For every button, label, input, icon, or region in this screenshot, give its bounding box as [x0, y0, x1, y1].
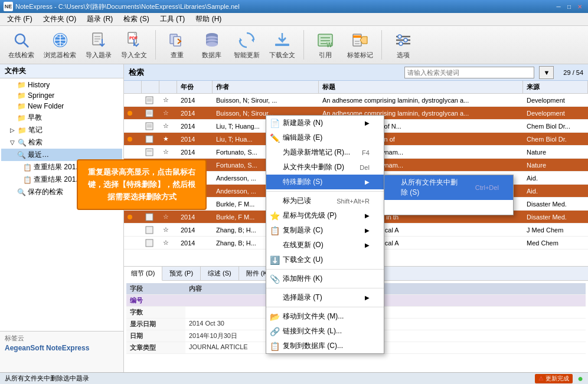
cm-mark-read[interactable]: 标为已读 Shift+Alt+R: [266, 193, 384, 208]
cm-online-update[interactable]: 在线更新 (O) ▶: [266, 238, 384, 252]
field-name-wordcount: 字数: [126, 307, 185, 319]
row-mark: [124, 120, 142, 132]
menu-tools[interactable]: 工具 (T): [155, 13, 190, 25]
tree-item-notes[interactable]: ▷ 📁 笔记: [1, 124, 122, 136]
cm-delete-from-all-label: 从所有文件夹中删除 (S): [401, 178, 463, 198]
row-source: Chem Biol Dr...: [523, 120, 588, 132]
row-year: 2014: [177, 211, 213, 223]
cm-star-arrow: ▶: [365, 212, 370, 219]
options-button[interactable]: 选项: [387, 28, 419, 62]
row-source: J Med Chem: [523, 224, 588, 236]
toolbar-sep-1: [155, 30, 156, 60]
toolbar-sep-3: [381, 30, 382, 60]
tab-preview[interactable]: 预览 (P): [162, 267, 201, 280]
col-mark: [124, 81, 142, 93]
row-mark: [124, 172, 142, 184]
smart-update-button[interactable]: 智能更新: [230, 28, 263, 62]
row-type: [142, 107, 159, 119]
title-text: NoteExpress - C:\Users\刘路静\Documents\Not…: [15, 2, 240, 11]
database-button[interactable]: 数据库: [195, 28, 228, 62]
cm-link-to-folder[interactable]: 🔗 链接到文件夹 (L)...: [266, 324, 384, 339]
tree-item-early-ed[interactable]: 📁 早教: [1, 111, 122, 124]
cm-delete-from-specified[interactable]: 从指定文件夹删除 (F)...: [384, 200, 513, 215]
menu-help[interactable]: 帮助 (H): [191, 13, 226, 25]
menu-search[interactable]: 检索 (S): [119, 13, 153, 25]
cm-copy-arrow: ▶: [365, 227, 370, 234]
cm-copy-db-icon: 📋: [270, 342, 280, 351]
col-author-header[interactable]: 作者: [213, 81, 319, 93]
folder-label: 最近…: [28, 150, 49, 160]
minimize-button[interactable]: ─: [554, 2, 563, 11]
cm-edit-record[interactable]: ✏️ 编辑题录 (E): [266, 130, 384, 145]
search-button[interactable]: ▼: [539, 66, 554, 79]
tree-item-search[interactable]: ▽ 🔍 检索: [1, 136, 122, 149]
cm-select-record[interactable]: 选择题录 (T) ▶: [266, 290, 384, 305]
tree-item-saved-search[interactable]: 🔍 保存的检索: [1, 186, 122, 198]
dedup-button[interactable]: 查重: [161, 28, 193, 62]
svg-rect-47: [146, 110, 153, 117]
tree-item-dedup2[interactable]: 📋 查重结果 201...: [1, 173, 122, 186]
online-search-button[interactable]: 在线检索: [5, 28, 38, 62]
table-row[interactable]: ☆ 2014 Buisson, N; Sirour, ... An adheso…: [124, 94, 588, 107]
row-mark: [124, 185, 142, 197]
tree-item-new-folder[interactable]: 📁 New Folder: [1, 101, 122, 111]
close-button[interactable]: ✕: [575, 2, 584, 11]
cm-star-priority[interactable]: ⭐ 星标与优先级 (P) ▶: [266, 208, 384, 223]
cm-download-full[interactable]: ⬇️ 下载全文 (U): [266, 252, 384, 267]
menu-record[interactable]: 题录 (R): [82, 13, 117, 25]
cm-move-to-folder[interactable]: 📂 移动到文件夹 (M)...: [266, 309, 384, 324]
row-author: Buisson, N; Sirour, ...: [213, 94, 319, 106]
tree-item-dedup1[interactable]: 📋 查重结果 201...: [1, 161, 122, 173]
import-full-button[interactable]: PDF 导入全文: [117, 28, 151, 62]
tree-item-recent-search[interactable]: 🔍 最近…: [1, 149, 122, 161]
row-year: 2014: [177, 94, 213, 106]
menu-folder[interactable]: 文件夹 (O): [38, 13, 81, 25]
menu-file[interactable]: 文件 (F): [2, 13, 37, 25]
row-star: ☆: [159, 237, 177, 249]
tag-mark-button[interactable]: 标签标记: [344, 28, 377, 62]
cm-online-update-arrow: ▶: [365, 242, 370, 248]
submenu[interactable]: 从所有文件夹中删除 (S) Ctrl+Del 从指定文件夹删除 (F)...: [384, 175, 514, 215]
cm-star-icon: ⭐: [270, 211, 280, 221]
app-icon: NE: [4, 2, 13, 11]
database-label: 数据库: [202, 51, 221, 60]
svg-rect-44: [146, 97, 153, 104]
cm-new-record[interactable]: 📄 新建题录 (N) ▶: [266, 116, 384, 130]
col-title-header[interactable]: 标题: [319, 81, 523, 93]
field-header-name: 字段: [126, 283, 185, 295]
tree-item-history[interactable]: 📁 History: [1, 80, 122, 90]
row-year: 2014: [177, 133, 213, 145]
title-controls[interactable]: ─ □ ✕: [554, 2, 584, 11]
cm-delete-from-folder[interactable]: 从文件夹中删除 (D) Del: [266, 160, 384, 175]
import-records-button[interactable]: 导入题录: [82, 28, 115, 62]
import-records-label: 导入题录: [86, 51, 112, 60]
search-input[interactable]: [404, 67, 534, 78]
cite-button[interactable]: W 引用: [309, 28, 341, 62]
tree-item-springer[interactable]: 📁 Springer: [1, 90, 122, 101]
cm-add-note[interactable]: 为题录新增笔记 (R)... F4: [266, 145, 384, 160]
download-full-button[interactable]: 下载全文: [266, 28, 299, 62]
cm-sep-1: [266, 191, 384, 192]
row-mark: [124, 94, 142, 106]
cm-copy-to-database[interactable]: 📋 复制到数据库 (C)...: [266, 339, 384, 353]
row-source: Disaster Med.: [523, 198, 588, 210]
cm-special-delete[interactable]: 特殊删除 (S) ▶ 从所有文件夹中删除 (S) Ctrl+Del 从指定文件夹…: [266, 175, 384, 189]
cm-add-attachment[interactable]: 📎 添加附件 (K): [266, 271, 384, 286]
svg-line-1: [24, 42, 28, 47]
recent-icon: 🔍: [17, 151, 26, 159]
cm-copy-record[interactable]: 📋 复制题录 (C) ▶: [266, 223, 384, 238]
row-star: ☆: [159, 159, 177, 171]
maximize-button[interactable]: □: [564, 2, 574, 11]
col-year-header[interactable]: 年份: [177, 81, 213, 93]
tag-cloud-label: 标签云: [5, 334, 119, 343]
field-value-id: [185, 295, 586, 307]
context-menu[interactable]: 📄 新建题录 (N) ▶ ✏️ 编辑题录 (E) 为题录新增笔记 (R)... …: [266, 115, 384, 354]
col-source-header[interactable]: 来源: [523, 81, 588, 93]
import-full-label: 导入全文: [121, 51, 147, 60]
cm-delete-from-all[interactable]: 从所有文件夹中删除 (S) Ctrl+Del: [384, 175, 513, 200]
tab-overview[interactable]: 综述 (S): [201, 267, 239, 280]
svg-marker-27: [279, 39, 286, 42]
smart-update-icon: [237, 31, 256, 50]
tab-detail[interactable]: 细节 (D): [124, 267, 162, 281]
browser-search-button[interactable]: 浏览器检索: [40, 28, 80, 62]
